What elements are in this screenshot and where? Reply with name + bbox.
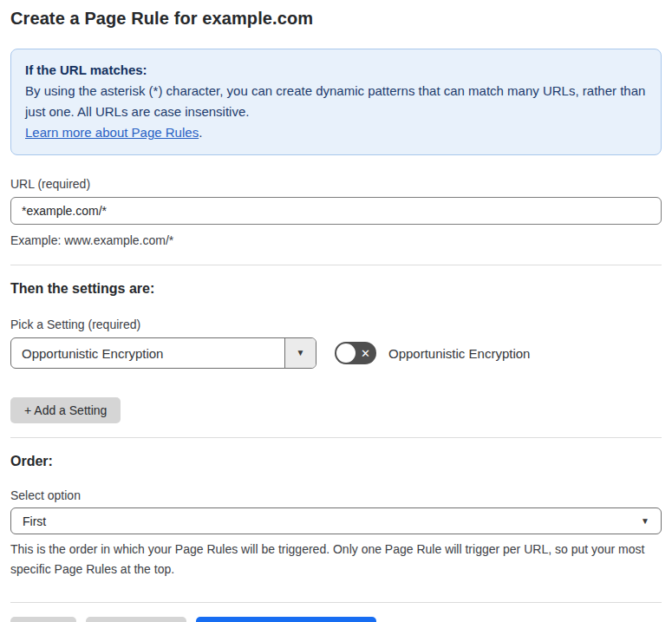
order-helper-text: This is the order in which your Page Rul… — [10, 540, 652, 579]
info-box-body: By using the asterisk (*) character, you… — [25, 81, 647, 122]
settings-section-heading: Then the settings are: — [10, 281, 662, 297]
learn-more-link[interactable]: Learn more about Page Rules — [25, 125, 199, 140]
divider — [10, 265, 662, 265]
url-example-helper: Example: www.example.com/* — [10, 231, 662, 250]
add-setting-button[interactable]: + Add a Setting — [10, 397, 121, 423]
toggle-knob — [336, 344, 356, 363]
url-matches-info-box: If the URL matches: By using the asteris… — [10, 49, 662, 155]
order-select-value: First — [23, 514, 46, 528]
chevron-down-icon: ▼ — [641, 517, 649, 526]
setting-row: Opportunistic Encryption ▼ ✕ Opportunist… — [10, 337, 662, 369]
setting-dropdown-arrow-button[interactable]: ▼ — [284, 338, 316, 368]
divider — [10, 437, 662, 438]
order-select-label: Select option — [10, 488, 662, 502]
info-box-link-line: Learn more about Page Rules. — [25, 122, 647, 143]
order-section-heading: Order: — [10, 454, 662, 469]
footer-button-row: Cancel Save as Draft Save and Deploy Pag… — [10, 617, 662, 622]
chevron-down-icon: ▼ — [297, 349, 305, 357]
pick-setting-label: Pick a Setting (required) — [10, 318, 662, 331]
link-period: . — [199, 125, 202, 140]
url-input[interactable] — [10, 197, 662, 225]
url-field-label: URL (required) — [10, 177, 662, 191]
divider — [10, 602, 662, 603]
toggle-off-x-icon: ✕ — [361, 348, 370, 359]
info-box-heading: If the URL matches: — [25, 60, 647, 81]
cancel-button[interactable]: Cancel — [10, 617, 76, 622]
setting-dropdown[interactable]: Opportunistic Encryption ▼ — [10, 337, 316, 369]
save-as-draft-button[interactable]: Save as Draft — [86, 617, 187, 622]
save-and-deploy-button[interactable]: Save and Deploy Page Rule — [196, 617, 376, 622]
order-select[interactable]: First ▼ — [10, 507, 662, 534]
toggle-label: Opportunistic Encryption — [388, 346, 530, 361]
setting-dropdown-value: Opportunistic Encryption — [11, 338, 284, 368]
page-title: Create a Page Rule for example.com — [10, 9, 662, 29]
opportunistic-encryption-toggle[interactable]: ✕ — [335, 342, 376, 364]
